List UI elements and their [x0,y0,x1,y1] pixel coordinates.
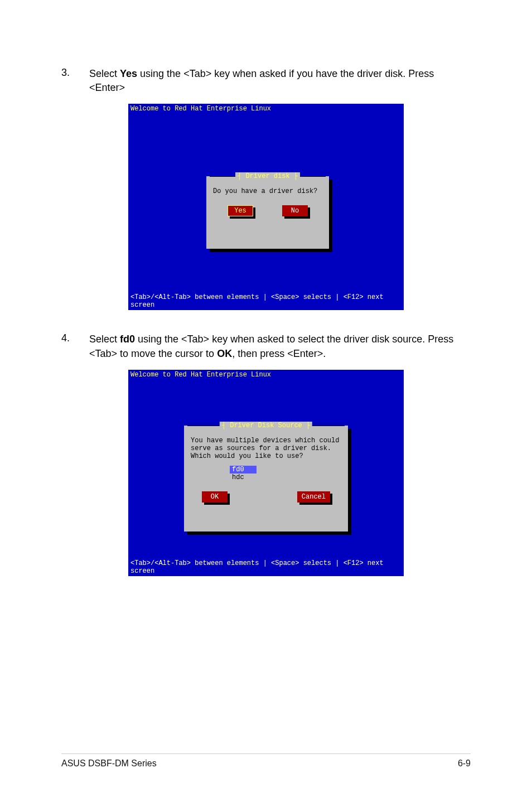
screenshot-2: Welcome to Red Hat Enterprise Linux ┤ Dr… [128,370,404,576]
no-button-label: No [282,205,308,216]
ss1-dialog-title: ┤ Driver disk ├ [235,172,300,180]
ss2-dialog-title: ┤ Driver Disk Source ├ [220,422,312,429]
ss2-dialog-msg: You have multiple devices which could se… [191,437,341,460]
step-4: 4. Select fd0 using the <Tab> key when a… [61,332,471,360]
ss2-option-list[interactable]: fd0 hdc [230,466,341,481]
yes-button-label: Yes [228,205,253,216]
step-3-post: using the <Tab> key when asked if you ha… [89,68,434,93]
step-4-bold1: fd0 [120,334,135,345]
page-footer: ASUS DSBF-DM Series 6-9 [61,753,471,769]
screenshot-1: Welcome to Red Hat Enterprise Linux ┤ Dr… [128,104,404,310]
step-3-pre: Select [89,68,120,79]
ss2-footer: <Tab>/<Alt-Tab> between elements | <Spac… [130,559,402,575]
ok-button[interactable]: OK [202,491,228,503]
step-4-pre: Select [89,334,120,345]
ss2-dialog: ┤ Driver Disk Source ├ You have multiple… [184,426,348,532]
ss2-header: Welcome to Red Hat Enterprise Linux [128,370,404,380]
step-4-bold2: OK [217,348,232,359]
cancel-button-label: Cancel [297,491,330,503]
step-3: 3. Select Yes using the <Tab> key when a… [61,67,471,95]
ss1-dialog: ┤ Driver disk ├ Do you have a driver dis… [206,176,329,249]
step-3-num: 3. [61,67,89,95]
no-button[interactable]: No [282,205,308,216]
step-3-text: Select Yes using the <Tab> key when aske… [89,67,471,95]
step-4-num: 4. [61,332,89,360]
ok-button-label: OK [202,491,228,503]
ss1-dialog-msg: Do you have a driver disk? [213,187,322,195]
ss1-header: Welcome to Red Hat Enterprise Linux [128,104,404,114]
cancel-button[interactable]: Cancel [297,491,330,503]
option-fd0[interactable]: fd0 [230,466,257,474]
step-4-post: , then press <Enter>. [232,348,326,359]
step-3-bold: Yes [120,68,137,79]
footer-left: ASUS DSBF-DM Series [61,758,157,769]
step-4-text: Select fd0 using the <Tab> key when aske… [89,332,471,360]
yes-button[interactable]: Yes [228,205,253,216]
ss1-footer: <Tab>/<Alt-Tab> between elements | <Spac… [130,293,402,309]
option-hdc[interactable]: hdc [230,474,246,481]
footer-right: 6-9 [458,758,471,769]
